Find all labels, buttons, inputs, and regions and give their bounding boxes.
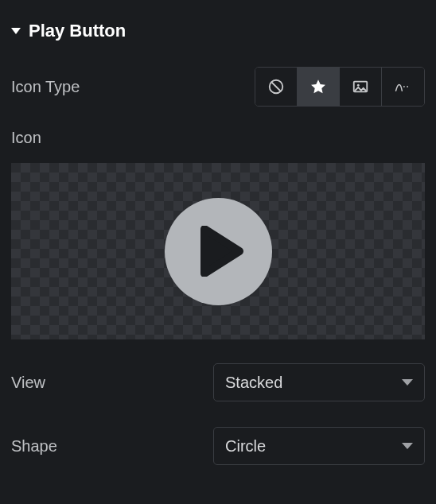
icon-preview[interactable] [11,163,425,339]
star-icon [309,78,327,95]
icon-type-label: Icon Type [11,78,80,96]
icon-type-group [255,67,425,107]
shape-label: Shape [11,437,57,456]
path-icon [394,78,413,95]
shape-select[interactable]: Circle [213,427,425,465]
view-select[interactable]: Stacked [213,363,425,401]
section-title: Play Button [29,21,126,41]
icon-label: Icon [11,118,425,163]
view-label: View [11,374,45,392]
shape-row: Shape Circle [11,413,425,476]
icon-type-row: Icon Type [11,56,425,118]
icon-type-image-button[interactable] [340,68,382,106]
view-row: View Stacked [11,339,425,413]
section-header[interactable]: Play Button [11,10,425,56]
chevron-down-icon [402,379,413,386]
svg-line-1 [272,83,281,91]
icon-type-none-button[interactable] [255,68,298,106]
image-icon [352,78,369,95]
shape-value: Circle [225,437,266,456]
svg-point-3 [357,84,360,87]
icon-type-star-button[interactable] [298,68,340,106]
caret-down-icon [11,28,21,34]
none-icon [267,78,285,95]
view-value: Stacked [225,374,282,392]
chevron-down-icon [402,443,413,449]
play-button-preview [165,198,272,305]
play-icon [200,226,244,277]
icon-type-path-button[interactable] [382,68,424,106]
